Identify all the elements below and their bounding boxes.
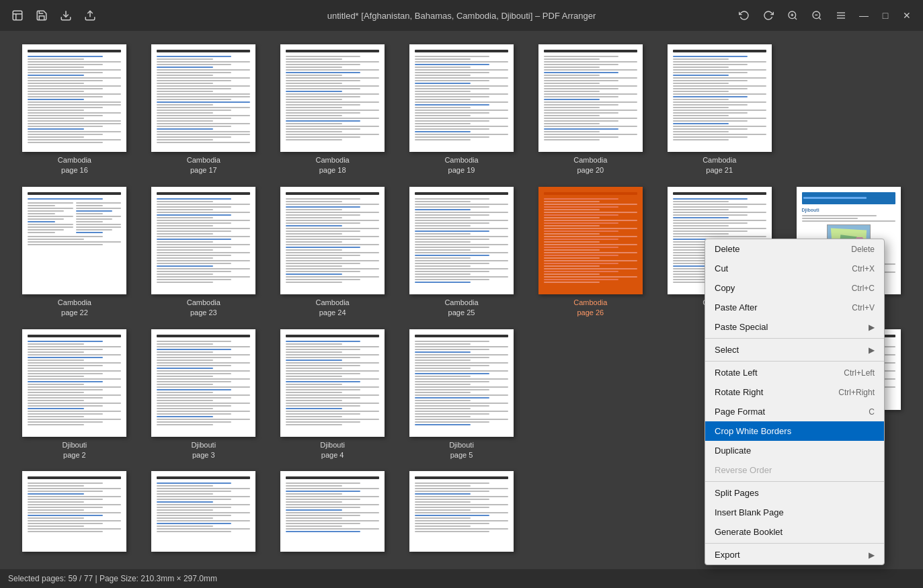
- page-item[interactable]: Djiboutipage 4: [272, 329, 394, 461]
- page-thumbnail[interactable]: [151, 44, 255, 152]
- menu-button[interactable]: [830, 5, 852, 26]
- crop-white-borders-label: Crop White Borders: [715, 426, 791, 436]
- page-thumbnail[interactable]: [538, 44, 643, 152]
- window-title: untitled* [Afghanistan, Bahamas, Cambodi…: [327, 11, 596, 21]
- page-item[interactable]: Djiboutipage 2: [13, 329, 136, 461]
- reverse-order-label: Reverse Order: [715, 465, 772, 475]
- close-button[interactable]: ✕: [897, 6, 916, 25]
- page-item[interactable]: Cambodiapage 23: [143, 187, 265, 319]
- page-label: Djiboutipage 3: [191, 440, 216, 461]
- page-label: Djiboutipage 5: [449, 440, 474, 461]
- context-menu-rotate-left[interactable]: Rotate Left Ctrl+Left: [705, 363, 884, 382]
- page-thumbnail[interactable]: [22, 329, 126, 437]
- page-item[interactable]: Cambodiapage 24: [272, 187, 394, 319]
- page-thumbnail[interactable]: [22, 44, 126, 152]
- page-item[interactable]: Cambodiapage 22: [13, 187, 136, 319]
- page-label: Cambodiapage 23: [187, 298, 220, 319]
- page-thumbnail[interactable]: [668, 44, 772, 152]
- open-button[interactable]: [7, 5, 28, 26]
- context-menu-rotate-right[interactable]: Rotate Right Ctrl+Right: [705, 382, 884, 402]
- delete-label: Delete: [715, 244, 740, 254]
- context-menu-generate-booklet[interactable]: Generate Booklet: [705, 522, 884, 542]
- refresh-button[interactable]: [758, 5, 779, 26]
- context-menu-reverse-order: Reverse Order: [705, 460, 884, 480]
- insert-blank-page-label: Insert Blank Page: [715, 507, 784, 517]
- page-thumbnail[interactable]: [280, 187, 385, 294]
- page-thumbnail[interactable]: [151, 329, 255, 437]
- context-menu-paste-after[interactable]: Paste After Ctrl+V: [705, 298, 884, 317]
- history-button[interactable]: [733, 5, 755, 26]
- paste-special-arrow: ▶: [869, 323, 875, 332]
- paste-after-shortcut: Ctrl+V: [852, 303, 875, 312]
- context-menu-copy[interactable]: Copy Ctrl+C: [705, 278, 884, 298]
- context-menu-insert-blank-page[interactable]: Insert Blank Page: [705, 503, 884, 522]
- svg-line-8: [819, 17, 821, 19]
- page-thumbnail[interactable]: [22, 471, 126, 552]
- page-thumbnail-selected[interactable]: [538, 187, 643, 294]
- statusbar-text: Selected pages: 59 / 77 | Page Size: 210…: [8, 574, 217, 583]
- context-menu-delete[interactable]: Delete Delete: [705, 239, 884, 259]
- cut-label: Cut: [715, 263, 728, 274]
- context-menu-page-format[interactable]: Page Format C: [705, 402, 884, 421]
- duplicate-label: Duplicate: [715, 446, 751, 456]
- page-thumbnail[interactable]: [151, 471, 255, 552]
- context-menu-split-pages[interactable]: Split Pages: [705, 483, 884, 503]
- context-menu: Delete Delete Cut Ctrl+X Copy Ctrl+C Pas…: [705, 239, 885, 565]
- select-label: Select: [715, 345, 739, 355]
- page-thumbnail[interactable]: [409, 44, 514, 152]
- page-label: Cambodiapage 22: [58, 298, 91, 319]
- page-item[interactable]: Cambodiapage 19: [401, 44, 523, 176]
- rotate-right-label: Rotate Right: [715, 387, 763, 397]
- page-item[interactable]: [13, 471, 136, 552]
- page-item[interactable]: Djiboutipage 5: [401, 329, 523, 461]
- page-item[interactable]: Cambodiapage 20: [529, 44, 651, 176]
- page-thumbnail[interactable]: [22, 187, 126, 294]
- page-label: Cambodiapage 21: [703, 155, 736, 176]
- rotate-left-shortcut: Ctrl+Left: [844, 368, 875, 378]
- context-menu-duplicate[interactable]: Duplicate: [705, 441, 884, 460]
- page-thumbnail[interactable]: [280, 44, 385, 152]
- page-thumbnail[interactable]: [151, 187, 255, 294]
- copy-shortcut: Ctrl+C: [852, 284, 875, 293]
- page-label: Cambodiapage 18: [316, 155, 350, 176]
- page-thumbnail[interactable]: [280, 329, 385, 437]
- page-item[interactable]: [401, 471, 523, 552]
- minimize-button[interactable]: —: [854, 6, 873, 25]
- split-pages-label: Split Pages: [715, 488, 759, 498]
- paste-after-label: Paste After: [715, 302, 758, 312]
- context-menu-crop-white-borders[interactable]: Crop White Borders: [705, 421, 884, 441]
- page-thumbnail[interactable]: [409, 329, 514, 437]
- page-item-selected[interactable]: Cambodiapage 26: [529, 187, 651, 319]
- page-item[interactable]: Cambodiapage 17: [143, 44, 265, 176]
- page-label: Cambodiapage 25: [444, 298, 478, 319]
- paste-special-label: Paste Special: [715, 322, 768, 332]
- page-item[interactable]: Djiboutipage 3: [143, 329, 265, 461]
- context-menu-select[interactable]: Select ▶: [705, 340, 884, 360]
- rotate-right-shortcut: Ctrl+Right: [838, 388, 875, 397]
- save-as-button[interactable]: [31, 5, 52, 26]
- svg-line-4: [795, 17, 797, 19]
- page-item[interactable]: [143, 471, 265, 552]
- page-format-label: Page Format: [715, 407, 765, 417]
- zoom-in-button[interactable]: [782, 5, 803, 26]
- page-label: Djiboutipage 2: [63, 440, 87, 461]
- export-toolbar-button[interactable]: [79, 5, 101, 26]
- import-button[interactable]: [55, 5, 77, 26]
- page-item[interactable]: Cambodiapage 21: [658, 44, 780, 176]
- context-menu-paste-special[interactable]: Paste Special ▶: [705, 317, 884, 337]
- page-thumbnail[interactable]: [409, 471, 514, 552]
- page-thumbnail[interactable]: [409, 187, 514, 294]
- page-item[interactable]: Cambodiapage 18: [272, 44, 394, 176]
- maximize-button[interactable]: □: [876, 6, 895, 25]
- page-item[interactable]: Cambodiapage 25: [401, 187, 523, 319]
- page-thumbnail[interactable]: [280, 471, 385, 552]
- context-menu-cut[interactable]: Cut Ctrl+X: [705, 259, 884, 278]
- delete-shortcut: Delete: [851, 245, 875, 254]
- window-controls: — □ ✕: [733, 5, 916, 26]
- page-item[interactable]: [272, 471, 394, 552]
- zoom-out-button[interactable]: [806, 5, 828, 26]
- context-menu-export[interactable]: Export ▶: [705, 545, 884, 564]
- export-arrow: ▶: [869, 550, 875, 560]
- page-item[interactable]: Cambodiapage 16: [13, 44, 136, 176]
- export-label: Export: [715, 550, 740, 560]
